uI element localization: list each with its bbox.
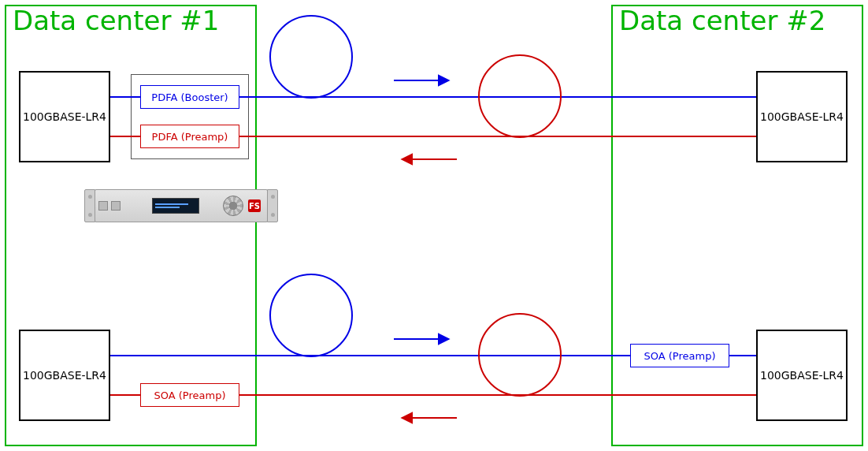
bottom-right-transceiver: 100GBASE-LR4 [756,330,848,421]
amplifier-device: FS [95,189,268,222]
datacenter-2-title: Data center #2 [619,5,825,36]
top-left-transceiver-label: 100GBASE-LR4 [23,110,106,123]
bottom-right-transceiver-label: 100GBASE-LR4 [760,369,844,382]
pdfa-booster: PDFA (Booster) [140,85,239,109]
bottom-left-soa-preamp: SOA (Preamp) [140,383,239,407]
datacenter-1-title: Data center #1 [13,5,219,36]
pdfa-preamp-label: PDFA (Preamp) [152,131,228,143]
bottom-blue-coil [270,274,352,356]
top-left-transceiver: 100GBASE-LR4 [19,71,110,162]
device-brand: FS [248,199,261,212]
pdfa-preamp: PDFA (Preamp) [140,125,239,148]
bottom-right-soa-preamp-label: SOA (Preamp) [644,350,716,362]
bottom-right-soa-preamp: SOA (Preamp) [630,344,729,367]
top-right-transceiver-label: 100GBASE-LR4 [760,110,844,123]
bottom-red-coil [479,314,561,396]
top-red-coil [479,55,561,137]
top-blue-coil [270,16,352,98]
pdfa-booster-label: PDFA (Booster) [151,91,228,103]
bottom-left-soa-preamp-label: SOA (Preamp) [154,390,226,401]
top-right-transceiver: 100GBASE-LR4 [756,71,848,162]
bottom-left-transceiver-label: 100GBASE-LR4 [23,369,106,382]
bottom-left-transceiver: 100GBASE-LR4 [19,330,110,421]
